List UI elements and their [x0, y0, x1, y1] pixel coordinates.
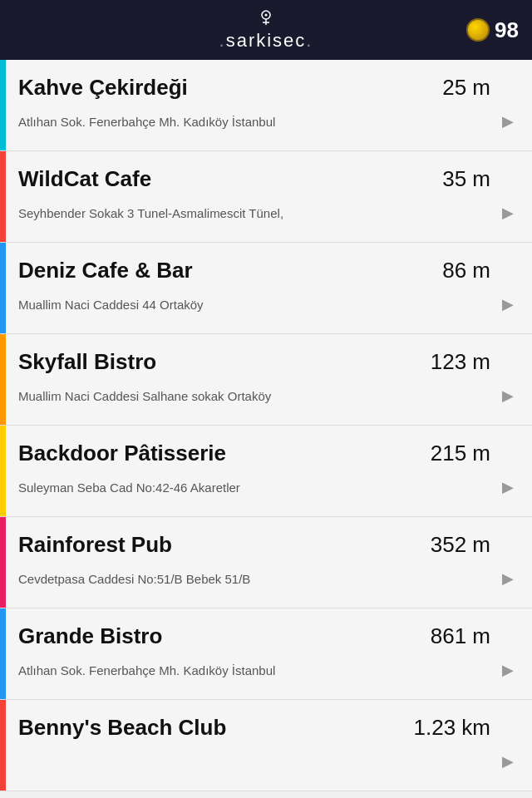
navigate-button[interactable]: [495, 475, 520, 500]
color-bar: [0, 334, 6, 425]
venue-name: Deniz Cafe & Bar: [18, 258, 434, 283]
venue-distance: 1.23 km: [414, 715, 491, 741]
item-top: WildCat Cafe 35 m: [0, 151, 532, 197]
item-bottom: Muallim Naci Caddesi Salhane sokak Ortak…: [0, 380, 532, 420]
color-bar: [0, 60, 6, 150]
item-bottom: Muallim Naci Caddesi 44 Ortaköy: [0, 288, 532, 328]
venue-list: Kahve Çekirdeği 25 m Atlıhan Sok. Fenerb…: [0, 60, 532, 791]
navigate-button[interactable]: [495, 200, 520, 225]
navigate-button[interactable]: [495, 292, 520, 317]
venue-name: WildCat Cafe: [18, 166, 434, 192]
list-item: Skyfall Bistro 123 m Muallim Naci Caddes…: [0, 334, 532, 426]
venue-name: Backdoor Pâtisserie: [18, 441, 422, 466]
color-bar: [0, 243, 6, 333]
venue-distance: 352 m: [431, 532, 490, 558]
item-bottom: Atlıhan Sok. Fenerbahçe Mh. Kadıköy İsta…: [0, 106, 532, 145]
item-bottom: [0, 746, 532, 786]
venue-address: Atlıhan Sok. Fenerbahçe Mh. Kadıköy İsta…: [18, 663, 495, 677]
list-item: Grande Bistro 861 m Atlıhan Sok. Fenerba…: [0, 608, 532, 700]
item-bottom: Cevdetpasa Caddesi No:51/B Bebek 51/B: [0, 563, 532, 603]
svg-point-1: [265, 14, 268, 17]
navigate-button[interactable]: [495, 109, 520, 134]
app-logo: .sarkisec.: [219, 8, 313, 52]
venue-address: Muallim Naci Caddesi 44 Ortaköy: [18, 298, 495, 312]
venue-address: Atlıhan Sok. Fenerbahçe Mh. Kadıköy İsta…: [18, 115, 495, 129]
color-bar: [0, 608, 6, 699]
item-top: Kahve Çekirdeği 25 m: [0, 60, 532, 106]
venue-distance: 35 m: [442, 166, 490, 192]
item-top: Benny's Beach Club 1.23 km: [0, 700, 532, 746]
venue-name: Skyfall Bistro: [18, 349, 422, 375]
item-bottom: Atlıhan Sok. Fenerbahçe Mh. Kadıköy İsta…: [0, 654, 532, 694]
item-top: Backdoor Pâtisserie 215 m: [0, 426, 532, 471]
item-bottom: Seyhbender Sokak 3 Tunel-Asmalimescit Tü…: [0, 197, 532, 237]
venue-distance: 215 m: [431, 441, 490, 466]
venue-name: Rainforest Pub: [18, 532, 422, 558]
item-top: Skyfall Bistro 123 m: [0, 334, 532, 380]
venue-address: Muallim Naci Caddesi Salhane sokak Ortak…: [18, 389, 495, 403]
venue-name: Grande Bistro: [18, 623, 422, 649]
list-item: Benny's Beach Club 1.23 km: [0, 700, 532, 791]
score-display: 98: [466, 17, 519, 43]
item-top: Deniz Cafe & Bar 86 m: [0, 243, 532, 288]
color-bar: [0, 517, 6, 608]
header: .sarkisec. 98: [0, 0, 532, 60]
item-bottom: Suleyman Seba Cad No:42-46 Akaretler: [0, 471, 532, 511]
venue-distance: 86 m: [442, 258, 490, 283]
logo-icon: [256, 8, 276, 28]
color-bar: [0, 151, 6, 242]
venue-distance: 25 m: [442, 75, 490, 101]
color-bar: [0, 700, 6, 791]
logo-text: .sarkisec.: [219, 30, 313, 52]
navigate-button[interactable]: [495, 566, 520, 591]
venue-address: Cevdetpasa Caddesi No:51/B Bebek 51/B: [18, 572, 495, 586]
venue-name: Kahve Çekirdeği: [18, 75, 434, 101]
navigate-button[interactable]: [495, 383, 520, 408]
venue-address: Seyhbender Sokak 3 Tunel-Asmalimescit Tü…: [18, 206, 495, 220]
coin-icon: [466, 18, 490, 42]
item-top: Grande Bistro 861 m: [0, 608, 532, 654]
venue-address: Suleyman Seba Cad No:42-46 Akaretler: [18, 480, 495, 495]
list-item: Backdoor Pâtisserie 215 m Suleyman Seba …: [0, 426, 532, 517]
list-item: Deniz Cafe & Bar 86 m Muallim Naci Cadde…: [0, 243, 532, 334]
navigate-button[interactable]: [495, 658, 520, 682]
item-top: Rainforest Pub 352 m: [0, 517, 532, 563]
venue-distance: 123 m: [431, 349, 490, 375]
venue-name: Benny's Beach Club: [18, 715, 406, 741]
color-bar: [0, 426, 6, 516]
score-value: 98: [495, 17, 519, 43]
list-item: Rainforest Pub 352 m Cevdetpasa Caddesi …: [0, 517, 532, 608]
navigate-button[interactable]: [495, 749, 520, 774]
list-item: Kahve Çekirdeği 25 m Atlıhan Sok. Fenerb…: [0, 60, 532, 151]
list-item: WildCat Cafe 35 m Seyhbender Sokak 3 Tun…: [0, 151, 532, 243]
venue-distance: 861 m: [431, 623, 490, 649]
